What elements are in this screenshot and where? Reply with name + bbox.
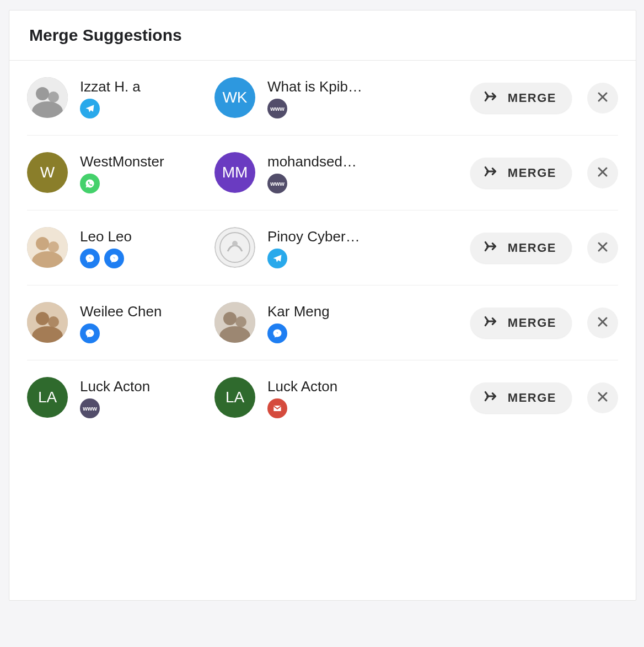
svg-point-1 <box>36 87 49 100</box>
merge-button-label: MERGE <box>508 166 556 180</box>
merge-arrow-icon <box>484 314 498 332</box>
contact-right[interactable]: WKWhat is Kpibsc.c…www <box>214 77 362 118</box>
svg-point-13 <box>48 316 59 327</box>
suggestion-row: LALuck ActonwwwLALuck ActonMERGE <box>27 360 618 435</box>
merge-button-label: MERGE <box>508 316 556 330</box>
suggestion-row: Weilee ChenKar MengMERGE <box>27 285 618 360</box>
merge-button-label: MERGE <box>508 91 556 105</box>
contact-left[interactable]: Weilee Chen <box>27 302 214 343</box>
svg-point-6 <box>48 241 59 252</box>
contact-name: WestMonster <box>80 153 164 170</box>
dismiss-button[interactable] <box>587 308 618 338</box>
messenger-icon <box>80 324 100 343</box>
suggestion-row: WWestMonsterMMmohandsedu11 …wwwMERGE <box>27 136 618 211</box>
gmail-icon <box>267 398 287 418</box>
merge-arrow-icon <box>484 389 498 407</box>
contact-name: Izzat H. a <box>80 78 141 95</box>
svg-point-12 <box>36 312 49 325</box>
dismiss-button[interactable] <box>587 382 618 413</box>
avatar <box>27 227 68 268</box>
messenger-icon <box>267 324 287 343</box>
svg-point-2 <box>48 91 59 103</box>
telegram-icon <box>267 249 287 268</box>
svg-point-17 <box>235 316 246 327</box>
contact-name: Leo Leo <box>80 228 132 245</box>
svg-point-16 <box>223 312 237 325</box>
contact-left[interactable]: Leo Leo <box>27 227 214 268</box>
merge-arrow-icon <box>484 89 498 107</box>
www-icon: www <box>267 99 287 118</box>
avatar: LA <box>214 377 255 418</box>
contact-right[interactable]: Pinoy Cybernet <box>214 227 362 268</box>
close-icon <box>596 90 609 105</box>
suggestion-row: Leo LeoPinoy CybernetMERGE <box>27 211 618 285</box>
svg-point-5 <box>36 237 49 250</box>
avatar <box>214 227 255 268</box>
contact-name: Weilee Chen <box>80 303 162 320</box>
merge-suggestions-card: Merge Suggestions Izzat H. aWKWhat is Kp… <box>9 10 636 601</box>
contact-name: Pinoy Cybernet <box>267 228 362 245</box>
avatar: MM <box>214 152 255 193</box>
contact-name: Kar Meng <box>267 303 330 320</box>
contact-name: Luck Acton <box>267 378 337 395</box>
merge-arrow-icon <box>484 164 498 182</box>
merge-button[interactable]: MERGE <box>470 382 572 413</box>
merge-arrow-icon <box>484 239 498 257</box>
contact-left[interactable]: WWestMonster <box>27 152 214 193</box>
contact-name: What is Kpibsc.c… <box>267 78 362 95</box>
contact-name: Luck Acton <box>80 378 150 395</box>
dismiss-button[interactable] <box>587 83 618 114</box>
contact-left[interactable]: LALuck Actonwww <box>27 377 214 418</box>
merge-button-label: MERGE <box>508 241 556 255</box>
close-icon <box>596 315 609 330</box>
contact-left[interactable]: Izzat H. a <box>27 77 214 118</box>
merge-button[interactable]: MERGE <box>470 158 572 188</box>
messenger-icon <box>104 249 124 268</box>
contact-right[interactable]: Kar Meng <box>214 302 362 343</box>
merge-button[interactable]: MERGE <box>470 233 572 263</box>
close-icon <box>596 240 609 255</box>
merge-button[interactable]: MERGE <box>470 83 572 114</box>
www-icon: www <box>80 398 100 418</box>
avatar <box>27 302 68 343</box>
avatar: W <box>27 152 68 193</box>
contact-right[interactable]: MMmohandsedu11 …www <box>214 152 362 193</box>
suggestion-list: Izzat H. aWKWhat is Kpibsc.c…wwwMERGEWWe… <box>9 61 636 435</box>
merge-button[interactable]: MERGE <box>470 308 572 338</box>
whatsapp-icon <box>80 174 100 193</box>
contact-name: mohandsedu11 … <box>267 153 362 170</box>
avatar <box>214 302 255 343</box>
avatar: WK <box>214 77 255 118</box>
avatar <box>27 77 68 118</box>
card-title: Merge Suggestions <box>9 10 636 61</box>
close-icon <box>596 165 609 180</box>
close-icon <box>596 390 609 405</box>
merge-button-label: MERGE <box>508 391 556 405</box>
telegram-icon <box>80 99 100 118</box>
www-icon: www <box>267 174 287 193</box>
svg-point-10 <box>232 241 238 246</box>
suggestion-row: Izzat H. aWKWhat is Kpibsc.c…wwwMERGE <box>27 61 618 136</box>
dismiss-button[interactable] <box>587 233 618 263</box>
dismiss-button[interactable] <box>587 158 618 188</box>
avatar: LA <box>27 377 68 418</box>
messenger-icon <box>80 249 100 268</box>
contact-right[interactable]: LALuck Acton <box>214 377 362 418</box>
svg-point-8 <box>215 228 255 267</box>
